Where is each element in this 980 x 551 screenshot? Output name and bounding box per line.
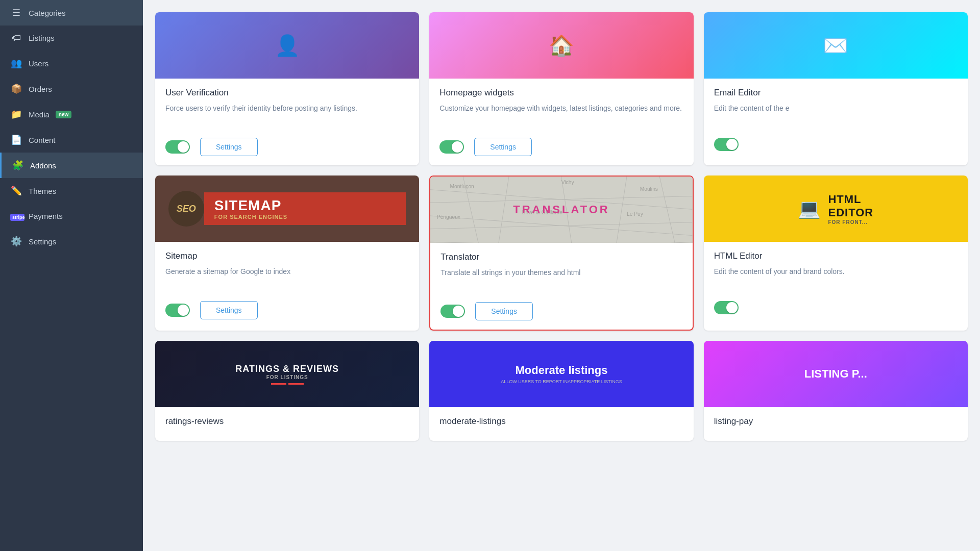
card-actions-email-editor xyxy=(714,138,958,151)
card-image-moderate: Moderate listings ALLOW USERS TO REPORT … xyxy=(429,341,693,407)
sidebar-item-label: Payments xyxy=(29,212,63,220)
card-homepage-widgets: 🏠 Homepage widgets Customize your homepa… xyxy=(429,12,693,165)
sidebar-item-payments[interactable]: stripe Payments xyxy=(0,204,143,229)
listings-icon: 🏷 xyxy=(10,33,22,43)
card-actions-homepage-widgets: Settings xyxy=(439,138,683,156)
card-translator: Montluçon Vichy Moulins Périgueux Brive-… xyxy=(429,176,693,331)
sidebar-item-label: Content xyxy=(29,136,56,144)
card-title-ratings: ratings-reviews xyxy=(165,416,409,427)
toggle-translator[interactable] xyxy=(440,305,465,318)
card-listing-pay: LISTING P... listing-pay xyxy=(704,341,968,441)
svg-line-9 xyxy=(614,177,627,243)
settings-btn-homepage-widgets[interactable]: Settings xyxy=(474,138,532,156)
card-body-ratings: ratings-reviews xyxy=(155,407,419,441)
payments-icon: stripe xyxy=(10,211,22,221)
html-editor-banner-title2: EDITOR xyxy=(828,206,873,219)
card-title-listing: listing-pay xyxy=(714,416,958,427)
toggle-sitemap[interactable] xyxy=(165,304,190,317)
card-title-html-editor: HTML Editor xyxy=(714,251,958,261)
sidebar-item-users[interactable]: 👥 Users xyxy=(0,51,143,76)
addons-icon: 🧩 xyxy=(12,160,24,171)
sidebar-item-label: Addons xyxy=(30,161,56,170)
sidebar-item-label: Orders xyxy=(29,85,52,93)
card-body-email-editor: Email Editor Edit the content of the e xyxy=(704,79,968,160)
users-icon: 👥 xyxy=(10,58,22,69)
toggle-homepage-widgets[interactable] xyxy=(439,140,464,154)
ratings-banner-title: RATINGS & REVIEWS xyxy=(235,364,339,374)
listing-banner-title: LISTING P... xyxy=(804,367,867,381)
toggle-html-editor[interactable] xyxy=(714,301,739,314)
sidebar-item-themes[interactable]: ✏️ Themes xyxy=(0,178,143,204)
card-actions-sitemap: Settings xyxy=(165,301,409,319)
sitemap-banner-title: SITEMAP xyxy=(214,197,396,214)
settings-btn-user-verification[interactable]: Settings xyxy=(200,138,258,156)
sidebar-item-addons[interactable]: 🧩 Addons xyxy=(0,153,143,178)
ratings-banner-sub: FOR LISTINGS xyxy=(235,374,339,380)
card-title-moderate: moderate-listings xyxy=(439,416,683,427)
card-image-translator: Montluçon Vichy Moulins Périgueux Brive-… xyxy=(430,177,692,243)
content-icon: 📄 xyxy=(10,134,22,145)
media-icon: 📁 xyxy=(10,109,22,120)
card-desc-user-verification: Force users to verify their identity bef… xyxy=(165,103,409,128)
card-moderate-listings: Moderate listings ALLOW USERS TO REPORT … xyxy=(429,341,693,441)
card-sitemap: SEO SITEMAP FOR SEARCH ENGINES Sitemap G… xyxy=(155,176,419,331)
sidebar-item-label: Categories xyxy=(29,9,66,17)
card-desc-html-editor: Edit the content of your and brand color… xyxy=(714,266,958,291)
card-actions-user-verification: Settings xyxy=(165,138,409,156)
card-title-sitemap: Sitemap xyxy=(165,251,409,261)
card-image-homepage-widgets: 🏠 xyxy=(429,12,693,79)
sidebar-item-label: Users xyxy=(29,59,48,68)
card-title-translator: Translator xyxy=(440,252,682,262)
sidebar-item-media[interactable]: 📁 Media new xyxy=(0,102,143,127)
addons-grid: 👤 User Verification Force users to verif… xyxy=(155,12,968,441)
svg-line-7 xyxy=(496,177,509,243)
sidebar-item-settings[interactable]: ⚙️ Settings xyxy=(0,229,143,254)
main-content: 👤 User Verification Force users to verif… xyxy=(143,0,980,551)
html-editor-banner-title: HTML xyxy=(828,193,873,206)
sidebar-item-label: Listings xyxy=(29,34,55,42)
sidebar: ☰ Categories 🏷 Listings 👥 Users 📦 Orders… xyxy=(0,0,143,551)
translator-banner-title: TRANSLATOR xyxy=(513,203,610,216)
card-desc-email-editor: Edit the content of the e xyxy=(714,103,958,128)
card-html-editor: 💻 HTML EDITOR FOR FRONT... HTML Editor E… xyxy=(704,176,968,331)
sidebar-item-label: Media xyxy=(29,110,50,119)
card-image-sitemap: SEO SITEMAP FOR SEARCH ENGINES xyxy=(155,176,419,242)
card-image-html-editor: 💻 HTML EDITOR FOR FRONT... xyxy=(704,176,968,242)
svg-text:Montluçon: Montluçon xyxy=(450,184,475,189)
sidebar-item-label: Settings xyxy=(29,237,56,246)
svg-line-10 xyxy=(659,177,679,243)
moderate-banner-sub: ALLOW USERS TO REPORT INAPPROPRIATE LIST… xyxy=(501,379,622,384)
sidebar-item-listings[interactable]: 🏷 Listings xyxy=(0,26,143,51)
settings-icon: ⚙️ xyxy=(10,236,22,247)
html-editor-banner-sub: FOR FRONT... xyxy=(828,219,873,225)
themes-icon: ✏️ xyxy=(10,185,22,196)
card-body-html-editor: HTML Editor Edit the content of your and… xyxy=(704,242,968,323)
seo-circle-icon: SEO xyxy=(168,191,204,227)
card-ratings-reviews: RATINGS & REVIEWS FOR LISTINGS ratings-r… xyxy=(155,341,419,441)
toggle-user-verification[interactable] xyxy=(165,140,190,154)
sidebar-item-orders[interactable]: 📦 Orders xyxy=(0,76,143,102)
sidebar-item-content[interactable]: 📄 Content xyxy=(0,127,143,153)
card-user-verification: 👤 User Verification Force users to verif… xyxy=(155,12,419,165)
orders-icon: 📦 xyxy=(10,83,22,94)
svg-line-1 xyxy=(430,196,692,203)
card-body-homepage-widgets: Homepage widgets Customize your homepage… xyxy=(429,79,693,165)
settings-btn-sitemap[interactable]: Settings xyxy=(200,301,258,319)
card-body-translator: Translator Translate all strings in your… xyxy=(430,243,692,330)
card-email-editor: ✉️ Email Editor Edit the content of the … xyxy=(704,12,968,165)
card-desc-homepage-widgets: Customize your homepage with widgets, la… xyxy=(439,103,683,128)
card-body-listing: listing-pay xyxy=(704,407,968,441)
svg-text:Vichy: Vichy xyxy=(561,180,575,185)
sidebar-item-label: Themes xyxy=(29,187,56,195)
settings-btn-translator[interactable]: Settings xyxy=(475,302,533,320)
toggle-email-editor[interactable] xyxy=(714,138,739,151)
svg-text:Le Puy: Le Puy xyxy=(627,211,644,217)
card-image-listing: LISTING P... xyxy=(704,341,968,407)
card-body-moderate: moderate-listings xyxy=(429,407,693,441)
svg-text:Périgueux: Périgueux xyxy=(437,214,461,220)
sidebar-item-categories[interactable]: ☰ Categories xyxy=(0,0,143,26)
card-desc-sitemap: Generate a sitemap for Google to index xyxy=(165,266,409,291)
card-image-email-editor: ✉️ xyxy=(704,12,968,79)
card-image-ratings: RATINGS & REVIEWS FOR LISTINGS xyxy=(155,341,419,407)
categories-icon: ☰ xyxy=(10,7,22,18)
